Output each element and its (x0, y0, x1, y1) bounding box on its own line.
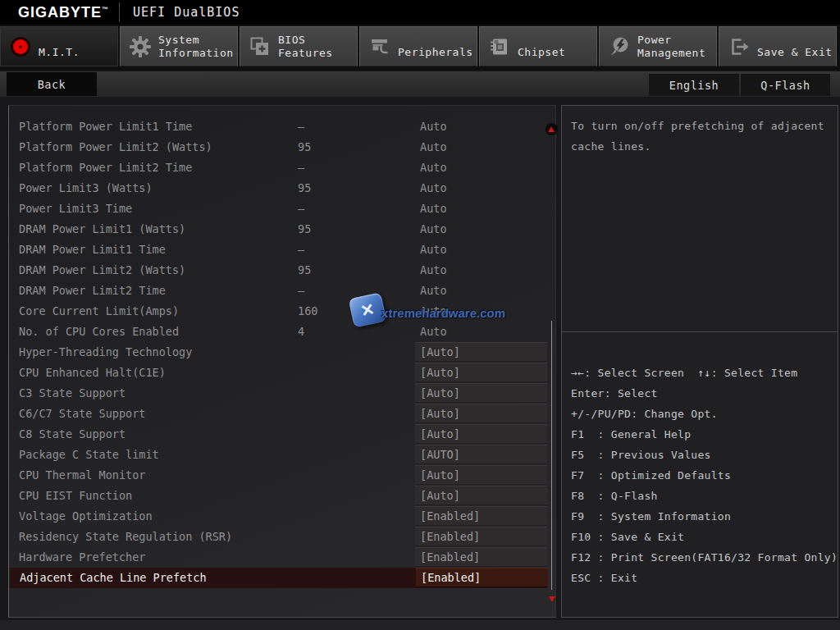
tab-bios-features[interactable]: BIOS Features (240, 26, 358, 66)
key-legend-line: F5 : Previous Values (571, 445, 838, 465)
settings-panel: Platform Power Limit1 Time–AutoPlatform … (8, 105, 556, 618)
tab-save-exit[interactable]: Save & Exit (719, 26, 837, 66)
setting-value: [Auto] (415, 363, 547, 381)
scroll-down-icon[interactable] (546, 592, 559, 605)
tab-peripherals[interactable]: Peripherals (359, 26, 477, 66)
back-button[interactable]: Back (7, 72, 97, 96)
power-bolt-icon (609, 36, 630, 57)
setting-value: Auto (420, 199, 447, 219)
setting-row[interactable]: DRAM Power Limit1 (Watts)95Auto (9, 219, 555, 240)
setting-row[interactable]: C6/C7 State Support[Auto] (9, 404, 555, 424)
setting-value-box[interactable]: [Enabled] (415, 506, 547, 526)
setting-value: [Auto] (415, 343, 547, 361)
tab-chipset[interactable]: Chipset (479, 26, 597, 66)
tab-bar: M.I.T.System InformationBIOS FeaturesPer… (0, 25, 840, 71)
setting-row[interactable]: Voltage Optimization[Enabled] (9, 506, 555, 527)
setting-label: C8 State Support (19, 424, 126, 445)
setting-value-box[interactable]: [Auto] (415, 383, 547, 403)
setting-mid-value: 95 (298, 178, 311, 199)
setting-row[interactable]: DRAM Power Limit2 (Watts)95Auto (9, 260, 555, 281)
help-panel: To turn on/off prefetching of adjacent c… (561, 105, 838, 618)
setting-mid-value: – (298, 281, 304, 301)
setting-value-box[interactable]: [AUTO] (415, 445, 547, 464)
setting-label: Adjacent Cache Line Prefetch (20, 568, 207, 588)
scroll-up-icon[interactable] (546, 123, 558, 135)
setting-value-box[interactable]: [Auto] (415, 486, 547, 505)
setting-row[interactable]: C8 State Support[Auto] (9, 424, 555, 445)
setting-row[interactable]: Residency State Regulation (RSR)[Enabled… (9, 527, 555, 547)
setting-value: Auto (420, 281, 447, 301)
setting-value: Auto (420, 322, 447, 342)
help-panel-divider (562, 331, 838, 332)
setting-label: DRAM Power Limit1 Time (19, 240, 166, 260)
setting-row[interactable]: Platform Power Limit2 (Watts)95Auto (9, 137, 555, 158)
setting-value: Auto (420, 301, 447, 322)
help-text: To turn on/off prefetching of adjacent c… (571, 116, 833, 157)
setting-row[interactable]: Power Limit3 Time–Auto (9, 199, 555, 219)
tab-power-management[interactable]: Power Management (599, 26, 717, 66)
setting-row[interactable]: Power Limit3 (Watts)95Auto (9, 178, 555, 199)
setting-value-box[interactable]: [Enabled] (415, 547, 547, 567)
tab-label: M.I.T. (39, 46, 80, 59)
setting-mid-value: 95 (298, 260, 311, 281)
setting-mid-value: – (298, 116, 304, 137)
bottom-strip (0, 620, 840, 630)
peripherals-icon (369, 36, 390, 57)
setting-row[interactable]: Platform Power Limit2 Time–Auto (9, 158, 555, 178)
key-legend-line: +/-/PU/PD: Change Opt. (571, 404, 838, 424)
setting-value-box[interactable]: [Auto] (415, 424, 547, 444)
setting-value-box[interactable]: [Enabled] (416, 568, 548, 587)
tab-label: Power Management (637, 34, 705, 60)
setting-value: Auto (420, 260, 447, 281)
key-legend-line: F12 : Print Screen(FAT16/32 Format Only) (571, 547, 838, 568)
key-legend-line: F8 : Q-Flash (571, 486, 838, 506)
setting-row[interactable]: CPU Enhanced Halt(C1E)[Auto] (9, 363, 555, 383)
key-legend-list: →←: Select Screen ↑↓: Select ItemEnter: … (571, 363, 838, 588)
top-bar: GIGABYTE™ UEFI DualBIOS (0, 0, 840, 25)
qflash-button[interactable]: Q-Flash (741, 74, 830, 96)
setting-row[interactable]: Adjacent Cache Line Prefetch[Enabled] (10, 568, 546, 588)
setting-row[interactable]: No. of CPU Cores Enabled4Auto (9, 322, 555, 342)
setting-value-box[interactable]: [Auto] (415, 404, 547, 423)
setting-row[interactable]: CPU EIST Function[Auto] (9, 486, 555, 506)
setting-row[interactable]: Package C State limit[AUTO] (9, 445, 555, 465)
setting-mid-value: – (298, 240, 304, 260)
setting-value: Auto (420, 116, 447, 137)
setting-value-box[interactable]: [Enabled] (415, 527, 547, 546)
scrollbar[interactable] (551, 321, 552, 590)
setting-row[interactable]: DRAM Power Limit1 Time–Auto (9, 240, 555, 260)
setting-row[interactable]: CPU Thermal Monitor[Auto] (9, 465, 555, 486)
setting-label: CPU Thermal Monitor (19, 465, 145, 486)
key-legend-line: F10 : Save & Exit (571, 527, 838, 547)
setting-row[interactable]: Hyper-Threading Technology[Auto] (9, 342, 555, 363)
tab-system-information[interactable]: System Information (120, 26, 238, 66)
setting-label: Hardware Prefetcher (19, 547, 145, 568)
setting-row[interactable]: C3 State Support[Auto] (9, 383, 555, 404)
setting-value: Auto (420, 219, 447, 240)
scroll-up-arrow (548, 126, 555, 132)
setting-mid-value: 95 (298, 137, 311, 158)
setting-value: [Enabled] (415, 507, 547, 525)
exit-door-icon (728, 36, 750, 57)
setting-row[interactable]: Core Current Limit(Amps)160Auto (9, 301, 555, 322)
setting-value: [Enabled] (415, 527, 547, 546)
chipset-icon (489, 36, 510, 57)
setting-label: Residency State Regulation (RSR) (19, 527, 232, 547)
setting-value-box[interactable]: [Auto] (415, 363, 547, 382)
setting-value: [Auto] (415, 384, 547, 402)
setting-value: [Auto] (415, 466, 547, 484)
key-legend-line: →←: Select Screen ↑↓: Select Item (571, 363, 838, 383)
language-button[interactable]: English (649, 74, 739, 96)
setting-value: [Enabled] (415, 548, 547, 566)
setting-row[interactable]: DRAM Power Limit2 Time–Auto (9, 281, 555, 301)
setting-row[interactable]: Platform Power Limit1 Time–Auto (9, 116, 555, 137)
setting-value: Auto (420, 178, 447, 199)
setting-row[interactable]: Hardware Prefetcher[Enabled] (9, 547, 555, 568)
setting-value-box[interactable]: [Auto] (415, 342, 547, 362)
bios-windows-icon (249, 36, 271, 57)
setting-value: [Auto] (415, 404, 547, 422)
setting-value-box[interactable]: [Auto] (415, 465, 547, 485)
key-legend-line: F1 : General Help (571, 424, 838, 445)
tab-mit[interactable]: M.I.T. (0, 26, 118, 66)
key-legend-line: F9 : System Information (571, 506, 838, 527)
